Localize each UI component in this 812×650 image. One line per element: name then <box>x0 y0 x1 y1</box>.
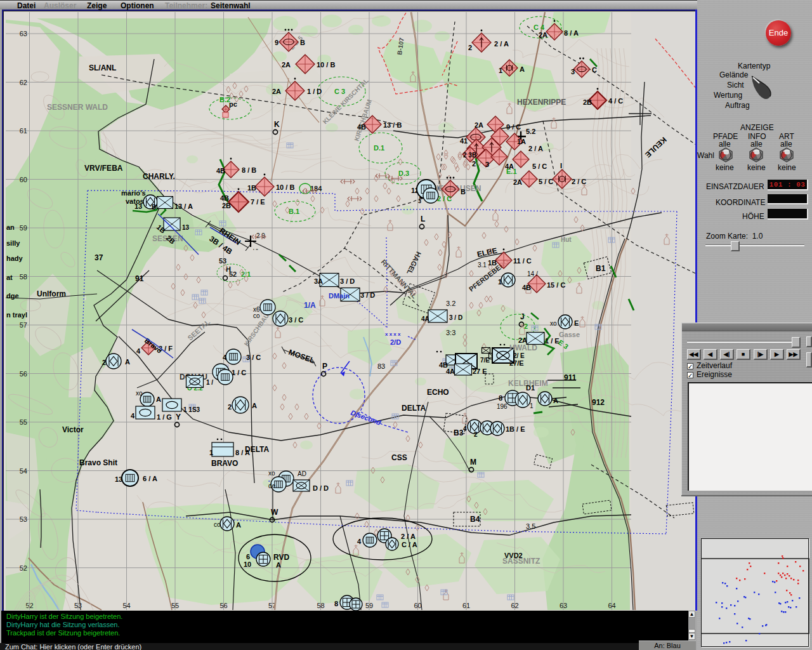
svg-text:54: 54 <box>20 467 27 475</box>
svg-text:L: L <box>421 215 425 223</box>
svg-text:91: 91 <box>135 274 144 283</box>
svg-text:912: 912 <box>592 398 605 407</box>
svg-text:10 / B: 10 / B <box>317 61 335 69</box>
svg-text:2: 2 <box>468 44 472 51</box>
svg-text:B3: B3 <box>454 428 464 437</box>
svg-text:1B: 1B <box>488 259 497 267</box>
svg-text:13: 13 <box>134 202 142 210</box>
svg-text:2B: 2B <box>222 202 231 209</box>
svg-text:1 / E: 1 / E <box>545 337 560 345</box>
svg-text:2A: 2A <box>475 121 483 129</box>
svg-text:41: 41 <box>460 137 468 145</box>
svg-text:1 /: 1 / <box>206 379 213 386</box>
svg-text:B: B <box>152 204 156 211</box>
svg-text:1A: 1A <box>517 138 526 145</box>
svg-text:SESSNER WALD: SESSNER WALD <box>47 103 108 112</box>
svg-text:A: A <box>236 521 241 529</box>
svg-text:Victor: Victor <box>62 425 84 434</box>
svg-text:3 / C: 3 / C <box>246 354 261 361</box>
svg-text:58: 58 <box>317 602 324 609</box>
svg-text:55: 55 <box>20 418 27 426</box>
svg-text:HEXENRIPPE: HEXENRIPPE <box>517 98 566 107</box>
svg-text:A: A <box>125 358 130 366</box>
svg-text:57: 57 <box>20 321 27 329</box>
svg-text:8: 8 <box>499 394 502 402</box>
svg-text:2/ E: 2/ E <box>513 352 525 359</box>
svg-text:an: an <box>6 223 15 231</box>
svg-text:1 / G: 1 / G <box>157 413 172 421</box>
svg-text:52: 52 <box>20 564 27 572</box>
svg-text:11 / C: 11 / C <box>513 257 532 265</box>
svg-text:7/E: 7/E <box>480 357 490 364</box>
svg-text:2A: 2A <box>539 31 547 39</box>
svg-text:mario's: mario's <box>121 189 146 197</box>
svg-text:M: M <box>470 458 476 467</box>
svg-text:56: 56 <box>219 602 227 609</box>
svg-text:pc: pc <box>229 100 237 108</box>
svg-text:B: B <box>300 39 305 46</box>
svg-text:4B: 4B <box>220 194 229 202</box>
svg-text:B1: B1 <box>596 264 606 273</box>
svg-text:9: 9 <box>275 39 278 46</box>
svg-text:27/E: 27/E <box>509 359 524 367</box>
svg-text:1B / E: 1B / E <box>506 425 525 433</box>
svg-text:2 / A: 2 / A <box>528 145 543 152</box>
svg-text:VVD2: VVD2 <box>504 552 523 559</box>
svg-text:3A: 3A <box>314 277 323 285</box>
svg-text:RVD: RVD <box>273 553 289 562</box>
svg-text:5 / C: 5 / C <box>532 162 547 170</box>
svg-text:A: A <box>252 402 257 409</box>
svg-text:Hut: Hut <box>561 236 572 243</box>
svg-text:4B: 4B <box>357 123 366 131</box>
svg-text:3: 3 <box>485 161 489 168</box>
svg-text:2: 2 <box>474 431 478 438</box>
svg-text:6 / A: 6 / A <box>143 475 157 482</box>
svg-text:4B: 4B <box>216 167 225 175</box>
svg-text:4: 4 <box>131 412 135 420</box>
svg-text:D1: D1 <box>526 384 535 392</box>
svg-text:BRAVO: BRAVO <box>211 459 238 468</box>
svg-text:53: 53 <box>20 515 27 523</box>
svg-text:VRV/FEBA: VRV/FEBA <box>84 164 123 173</box>
svg-text:4: 4 <box>223 354 227 361</box>
svg-text:C 3: C 3 <box>334 88 345 95</box>
svg-text:Unlform: Unlform <box>37 289 66 298</box>
svg-text:8 / A: 8 / A <box>564 29 579 37</box>
svg-text:59: 59 <box>365 602 373 609</box>
svg-text:Bravo Shit: Bravo Shit <box>79 458 117 467</box>
svg-text:2 / A: 2 / A <box>401 533 416 540</box>
svg-text:silly: silly <box>6 239 20 247</box>
svg-text:55: 55 <box>171 602 179 609</box>
svg-text:3 / C: 3 / C <box>289 316 303 324</box>
svg-text:1 1S3: 1 1S3 <box>183 406 200 413</box>
svg-text:8 / A: 8 / A <box>235 449 250 456</box>
svg-text:2 3B: 2 3B <box>463 152 476 159</box>
svg-text:1 / C: 1 / C <box>232 369 246 376</box>
svg-text:62: 62 <box>20 79 27 86</box>
svg-text:1: 1 <box>530 402 534 409</box>
svg-text:dge: dge <box>6 292 19 300</box>
svg-text:63: 63 <box>20 30 27 37</box>
svg-text:196: 196 <box>497 403 508 410</box>
svg-text:13: 13 <box>182 224 190 231</box>
svg-text:3: 3 <box>571 68 575 76</box>
svg-text:2A: 2A <box>513 178 522 186</box>
svg-text:10 / B: 10 / B <box>276 183 294 191</box>
svg-text:83: 83 <box>377 362 385 370</box>
svg-text:2/D: 2/D <box>390 338 401 346</box>
svg-text:2B: 2B <box>583 98 592 106</box>
svg-text:61: 61 <box>20 127 27 135</box>
svg-text:63: 63 <box>560 602 567 609</box>
svg-text:3: 3 <box>418 198 421 204</box>
svg-text:2: 2 <box>228 403 232 411</box>
svg-text:B4: B4 <box>470 515 480 524</box>
svg-text:K: K <box>274 120 280 129</box>
svg-text:' '': ' '' <box>253 248 258 254</box>
svg-text:15 / C: 15 / C <box>547 281 565 289</box>
svg-text:13: 13 <box>115 475 122 483</box>
svg-text:1/A: 1/A <box>304 301 316 310</box>
svg-text:A: A <box>156 395 161 403</box>
svg-text:13 / B: 13 / B <box>383 121 402 129</box>
svg-text:Gasse: Gasse <box>559 331 580 338</box>
svg-text:C 4: C 4 <box>534 23 545 31</box>
